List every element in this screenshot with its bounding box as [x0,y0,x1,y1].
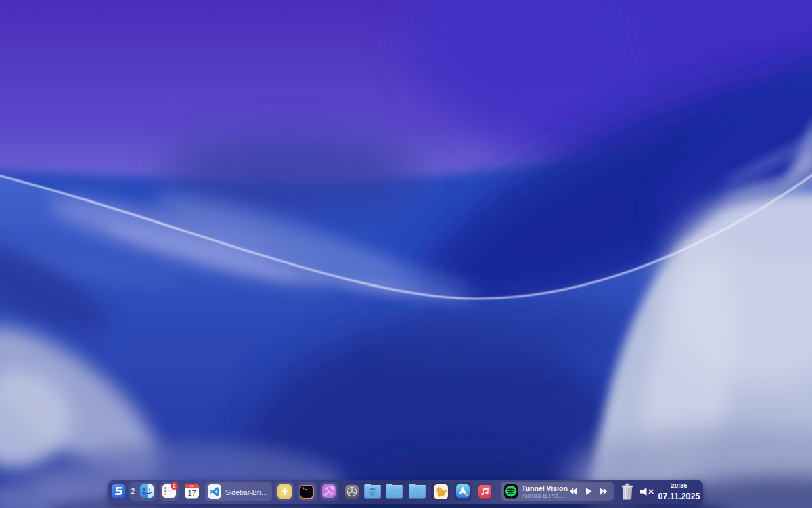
svg-text:JUL: JUL [189,485,194,488]
svg-text:17: 17 [187,489,196,497]
